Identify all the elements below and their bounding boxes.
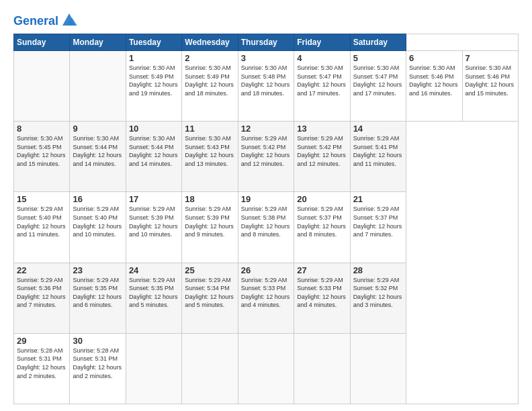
calendar-cell: 21Sunrise: 5:29 AMSunset: 5:37 PMDayligh…	[350, 192, 406, 263]
day-header: Tuesday	[126, 34, 181, 51]
day-info: Sunrise: 5:29 AMSunset: 5:42 PMDaylight:…	[241, 134, 291, 168]
day-number: 16	[73, 194, 122, 204]
day-header: Thursday	[238, 34, 294, 51]
day-number: 28	[353, 265, 403, 275]
day-header: Sunday	[14, 34, 70, 51]
calendar-cell: 13Sunrise: 5:29 AMSunset: 5:42 PMDayligh…	[294, 122, 350, 192]
calendar-cell	[294, 333, 350, 404]
day-info: Sunrise: 5:29 AMSunset: 5:35 PMDaylight:…	[73, 276, 122, 310]
day-header: Wednesday	[182, 34, 238, 51]
calendar-cell	[238, 333, 294, 404]
day-number: 2	[185, 53, 234, 63]
day-info: Sunrise: 5:28 AMSunset: 5:31 PMDaylight:…	[73, 347, 122, 380]
calendar-table: SundayMondayTuesdayWednesdayThursdayFrid…	[13, 34, 519, 404]
day-info: Sunrise: 5:30 AMSunset: 5:44 PMDaylight:…	[129, 134, 179, 168]
day-info: Sunrise: 5:29 AMSunset: 5:37 PMDaylight:…	[297, 205, 347, 238]
calendar-cell: 18Sunrise: 5:29 AMSunset: 5:39 PMDayligh…	[182, 192, 238, 263]
calendar-week-row: 1Sunrise: 5:30 AMSunset: 5:49 PMDaylight…	[14, 51, 519, 122]
calendar-cell	[14, 51, 70, 122]
day-number: 29	[17, 336, 66, 346]
day-number: 13	[297, 124, 347, 134]
calendar-cell: 1Sunrise: 5:30 AMSunset: 5:49 PMDaylight…	[126, 51, 181, 122]
day-number: 19	[241, 194, 291, 204]
day-info: Sunrise: 5:30 AMSunset: 5:48 PMDaylight:…	[241, 64, 291, 97]
day-number: 6	[409, 53, 459, 63]
calendar-week-row: 29Sunrise: 5:28 AMSunset: 5:31 PMDayligh…	[14, 333, 519, 404]
day-info: Sunrise: 5:29 AMSunset: 5:38 PMDaylight:…	[241, 205, 291, 238]
day-number: 3	[241, 53, 291, 63]
logo-icon	[60, 11, 79, 30]
day-info: Sunrise: 5:28 AMSunset: 5:31 PMDaylight:…	[17, 347, 66, 380]
calendar-cell	[182, 333, 238, 404]
calendar-cell: 6Sunrise: 5:30 AMSunset: 5:46 PMDaylight…	[406, 51, 462, 122]
calendar-cell: 10Sunrise: 5:30 AMSunset: 5:44 PMDayligh…	[126, 122, 181, 192]
calendar-week-row: 8Sunrise: 5:30 AMSunset: 5:45 PMDaylight…	[14, 122, 519, 192]
calendar-cell: 20Sunrise: 5:29 AMSunset: 5:37 PMDayligh…	[294, 192, 350, 263]
day-number: 27	[297, 265, 347, 275]
calendar-cell: 24Sunrise: 5:29 AMSunset: 5:35 PMDayligh…	[126, 263, 181, 333]
logo: General	[13, 13, 79, 30]
day-number: 17	[129, 194, 179, 204]
day-number: 25	[185, 265, 234, 275]
day-info: Sunrise: 5:29 AMSunset: 5:42 PMDaylight:…	[297, 134, 347, 168]
day-number: 21	[353, 194, 403, 204]
day-info: Sunrise: 5:29 AMSunset: 5:39 PMDaylight:…	[129, 205, 179, 238]
calendar-cell	[126, 333, 181, 404]
logo-text: General	[13, 15, 58, 28]
day-info: Sunrise: 5:30 AMSunset: 5:49 PMDaylight:…	[185, 64, 234, 97]
day-number: 10	[129, 124, 179, 134]
calendar-cell: 4Sunrise: 5:30 AMSunset: 5:47 PMDaylight…	[294, 51, 350, 122]
day-number: 15	[17, 194, 66, 204]
calendar-cell: 29Sunrise: 5:28 AMSunset: 5:31 PMDayligh…	[14, 333, 70, 404]
day-header: Friday	[294, 34, 350, 51]
calendar-cell: 28Sunrise: 5:29 AMSunset: 5:32 PMDayligh…	[350, 263, 406, 333]
day-info: Sunrise: 5:29 AMSunset: 5:35 PMDaylight:…	[129, 276, 179, 310]
calendar-cell: 2Sunrise: 5:30 AMSunset: 5:49 PMDaylight…	[182, 51, 238, 122]
day-info: Sunrise: 5:30 AMSunset: 5:45 PMDaylight:…	[17, 134, 66, 168]
calendar-week-row: 15Sunrise: 5:29 AMSunset: 5:40 PMDayligh…	[14, 192, 519, 263]
day-number: 14	[353, 124, 403, 134]
day-info: Sunrise: 5:29 AMSunset: 5:41 PMDaylight:…	[353, 134, 403, 168]
day-info: Sunrise: 5:29 AMSunset: 5:40 PMDaylight:…	[17, 205, 66, 238]
day-info: Sunrise: 5:30 AMSunset: 5:47 PMDaylight:…	[297, 64, 347, 97]
day-info: Sunrise: 5:29 AMSunset: 5:40 PMDaylight:…	[73, 205, 122, 238]
day-number: 26	[241, 265, 291, 275]
calendar-cell: 30Sunrise: 5:28 AMSunset: 5:31 PMDayligh…	[70, 333, 126, 404]
calendar-cell: 7Sunrise: 5:30 AMSunset: 5:46 PMDaylight…	[462, 51, 519, 122]
calendar-cell: 26Sunrise: 5:29 AMSunset: 5:33 PMDayligh…	[238, 263, 294, 333]
header: General	[13, 11, 519, 30]
day-number: 1	[129, 53, 179, 63]
calendar-cell	[350, 333, 406, 404]
calendar-cell: 9Sunrise: 5:30 AMSunset: 5:44 PMDaylight…	[70, 122, 126, 192]
day-info: Sunrise: 5:29 AMSunset: 5:37 PMDaylight:…	[353, 205, 403, 238]
day-header: Monday	[70, 34, 126, 51]
day-info: Sunrise: 5:30 AMSunset: 5:43 PMDaylight:…	[185, 134, 234, 168]
calendar-cell: 16Sunrise: 5:29 AMSunset: 5:40 PMDayligh…	[70, 192, 126, 263]
day-header: Saturday	[350, 34, 406, 51]
day-number: 23	[73, 265, 122, 275]
calendar-cell: 25Sunrise: 5:29 AMSunset: 5:34 PMDayligh…	[182, 263, 238, 333]
calendar-body: 1Sunrise: 5:30 AMSunset: 5:49 PMDaylight…	[14, 51, 519, 404]
day-info: Sunrise: 5:30 AMSunset: 5:46 PMDaylight:…	[466, 64, 516, 97]
day-number: 30	[73, 336, 122, 346]
day-number: 20	[297, 194, 347, 204]
calendar-cell: 27Sunrise: 5:29 AMSunset: 5:33 PMDayligh…	[294, 263, 350, 333]
calendar-cell: 8Sunrise: 5:30 AMSunset: 5:45 PMDaylight…	[14, 122, 70, 192]
calendar-cell	[70, 51, 126, 122]
day-info: Sunrise: 5:29 AMSunset: 5:39 PMDaylight:…	[185, 205, 234, 238]
calendar-week-row: 22Sunrise: 5:29 AMSunset: 5:36 PMDayligh…	[14, 263, 519, 333]
calendar-cell: 23Sunrise: 5:29 AMSunset: 5:35 PMDayligh…	[70, 263, 126, 333]
calendar-cell: 17Sunrise: 5:29 AMSunset: 5:39 PMDayligh…	[126, 192, 181, 263]
calendar-cell: 14Sunrise: 5:29 AMSunset: 5:41 PMDayligh…	[350, 122, 406, 192]
day-info: Sunrise: 5:29 AMSunset: 5:32 PMDaylight:…	[353, 276, 403, 310]
day-number: 9	[73, 124, 122, 134]
day-info: Sunrise: 5:29 AMSunset: 5:33 PMDaylight:…	[241, 276, 291, 310]
calendar-cell: 5Sunrise: 5:30 AMSunset: 5:47 PMDaylight…	[350, 51, 406, 122]
calendar-cell: 15Sunrise: 5:29 AMSunset: 5:40 PMDayligh…	[14, 192, 70, 263]
day-info: Sunrise: 5:29 AMSunset: 5:33 PMDaylight:…	[297, 276, 347, 310]
day-info: Sunrise: 5:30 AMSunset: 5:49 PMDaylight:…	[129, 64, 179, 97]
calendar-cell: 19Sunrise: 5:29 AMSunset: 5:38 PMDayligh…	[238, 192, 294, 263]
day-number: 22	[17, 265, 66, 275]
day-number: 8	[17, 124, 66, 134]
day-number: 4	[297, 53, 347, 63]
